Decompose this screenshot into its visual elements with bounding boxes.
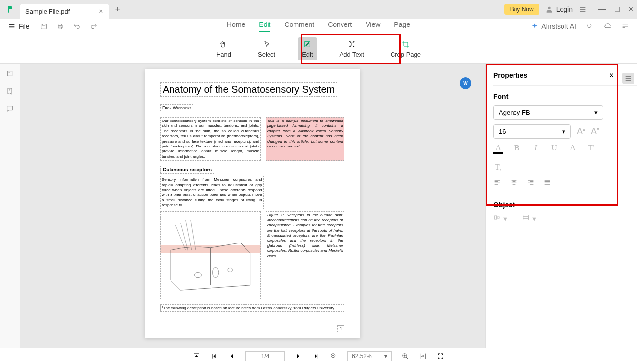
align-objects-icon[interactable]: ▾ bbox=[493, 214, 507, 223]
zoom-in-icon[interactable] bbox=[401, 352, 409, 360]
new-tab-button[interactable]: + bbox=[115, 4, 121, 15]
tab-view[interactable]: View bbox=[366, 21, 380, 32]
align-center-icon[interactable] bbox=[510, 178, 518, 186]
canvas[interactable]: W Anatomy of the Somatosensory System Fr… bbox=[20, 64, 485, 348]
svg-point-6 bbox=[588, 24, 591, 27]
thumbnails-icon[interactable] bbox=[6, 70, 14, 77]
comments-icon[interactable] bbox=[6, 105, 14, 113]
decrease-font-icon[interactable]: A▾ bbox=[591, 126, 599, 137]
scroll-top-icon[interactable] bbox=[193, 352, 200, 360]
svg-point-9 bbox=[8, 72, 10, 73]
save-icon[interactable] bbox=[40, 23, 48, 30]
doc-footnote[interactable]: ¹The following description is based on l… bbox=[160, 304, 344, 312]
align-right-icon[interactable] bbox=[527, 178, 535, 186]
collapse-panel-icon[interactable] bbox=[622, 73, 634, 84]
undo-icon[interactable] bbox=[73, 23, 81, 30]
highlight-box-toolbar bbox=[301, 34, 401, 64]
hand-tool[interactable]: Hand bbox=[212, 37, 235, 60]
object-section-label: Object bbox=[493, 201, 637, 209]
login-button[interactable]: Login bbox=[545, 5, 573, 13]
first-page-icon[interactable] bbox=[210, 352, 218, 360]
svg-point-0 bbox=[548, 7, 550, 9]
increase-font-icon[interactable]: A▴ bbox=[577, 126, 585, 137]
doc-title[interactable]: Anatomy of the Somatosensory System bbox=[160, 82, 337, 97]
subscript-icon[interactable]: T1 bbox=[493, 163, 503, 172]
tab-active[interactable]: Sample File.pdf × bbox=[20, 4, 109, 19]
buy-now-button[interactable]: Buy Now bbox=[504, 4, 539, 15]
fit-width-icon[interactable] bbox=[419, 352, 427, 360]
properties-panel: Properties × Font Agency FB ▾ 16 ▾ A▴ A▾… bbox=[485, 64, 637, 348]
underline-icon[interactable]: U bbox=[549, 144, 559, 154]
ai-link[interactable]: Afirstsoft AI bbox=[531, 23, 576, 30]
font-color-icon[interactable]: A bbox=[493, 144, 503, 154]
tab-convert[interactable]: Convert bbox=[328, 21, 352, 32]
svg-point-12 bbox=[228, 268, 233, 272]
hamburger-icon bbox=[8, 23, 16, 30]
text-style-icon[interactable]: A bbox=[568, 144, 578, 154]
select-tool[interactable]: Select bbox=[254, 37, 279, 60]
maximize-icon[interactable]: □ bbox=[615, 5, 620, 14]
pdf-page[interactable]: Anatomy of the Somatosensory System From… bbox=[145, 69, 360, 338]
collapse-icon[interactable] bbox=[621, 23, 629, 30]
doc-section-heading[interactable]: Cutaneous receptors bbox=[160, 166, 214, 174]
prev-page-icon[interactable] bbox=[228, 352, 236, 360]
cursor-icon bbox=[263, 40, 270, 48]
svg-rect-2 bbox=[42, 24, 45, 25]
redo-icon[interactable] bbox=[90, 23, 98, 30]
hand-icon bbox=[220, 40, 227, 48]
tab-edit[interactable]: Edit bbox=[259, 21, 270, 32]
svg-point-11 bbox=[213, 268, 219, 278]
page-number: 1 bbox=[337, 325, 344, 332]
tab-title: Sample File.pdf bbox=[25, 8, 70, 15]
panel-title: Properties bbox=[493, 72, 527, 79]
minimize-icon[interactable]: — bbox=[598, 5, 606, 14]
chevron-down-icon: ▾ bbox=[594, 109, 598, 116]
file-menu[interactable]: File bbox=[8, 23, 30, 30]
close-panel-icon[interactable]: × bbox=[610, 72, 613, 79]
doc-source[interactable]: From Wikibooks bbox=[160, 104, 193, 111]
crop-icon bbox=[402, 40, 410, 48]
main-tabs: Home Edit Comment Convert View Page bbox=[227, 21, 410, 32]
tab-home[interactable]: Home bbox=[227, 21, 245, 32]
word-export-icon[interactable]: W bbox=[460, 77, 471, 89]
doc-body-left[interactable]: Our somatosensory system consists of sen… bbox=[160, 117, 261, 161]
print-icon[interactable] bbox=[56, 23, 64, 30]
menu-icon[interactable] bbox=[579, 5, 587, 13]
superscript-icon[interactable]: T1 bbox=[587, 144, 596, 154]
zoom-out-icon[interactable] bbox=[330, 352, 338, 360]
svg-rect-15 bbox=[523, 217, 529, 219]
figure-caption[interactable]: Figure 1: Receptors in the human skin: M… bbox=[266, 211, 344, 299]
search-icon[interactable] bbox=[586, 23, 594, 30]
statusbar: 1/4 62.52%▾ bbox=[0, 348, 637, 364]
page-input[interactable]: 1/4 bbox=[245, 351, 285, 361]
fit-page-icon[interactable] bbox=[437, 352, 444, 360]
tab-page[interactable]: Page bbox=[394, 21, 410, 32]
zoom-select[interactable]: 62.52%▾ bbox=[347, 351, 392, 361]
doc-body-right[interactable]: This is a sample document to showcase pa… bbox=[266, 117, 344, 161]
font-size-select[interactable]: 16 ▾ bbox=[493, 124, 571, 139]
user-icon bbox=[545, 5, 553, 13]
svg-rect-14 bbox=[497, 217, 499, 218]
tab-comment[interactable]: Comment bbox=[284, 21, 314, 32]
italic-icon[interactable]: I bbox=[531, 144, 540, 154]
doc-section-body[interactable]: Sensory information from Meissner corpus… bbox=[160, 176, 264, 209]
titlebar: Sample File.pdf × + Buy Now Login — □ × bbox=[0, 0, 637, 19]
svg-rect-8 bbox=[7, 71, 12, 76]
close-icon[interactable]: × bbox=[99, 7, 103, 15]
align-justify-icon[interactable] bbox=[543, 178, 551, 186]
chevron-down-icon: ▾ bbox=[562, 128, 565, 135]
svg-rect-1 bbox=[41, 24, 46, 29]
next-page-icon[interactable] bbox=[294, 352, 302, 360]
app-logo bbox=[4, 3, 16, 15]
cloud-icon[interactable] bbox=[604, 23, 612, 30]
left-sidebar bbox=[0, 64, 20, 348]
close-window-icon[interactable]: × bbox=[629, 5, 633, 14]
font-family-select[interactable]: Agency FB ▾ bbox=[493, 105, 603, 120]
align-left-icon[interactable] bbox=[493, 178, 501, 186]
bookmark-add-icon[interactable] bbox=[6, 87, 14, 95]
figure-image[interactable] bbox=[160, 211, 261, 299]
menubar: File Home Edit Comment Convert View Page… bbox=[0, 19, 637, 34]
last-page-icon[interactable] bbox=[312, 352, 320, 360]
distribute-objects-icon[interactable]: ▾ bbox=[522, 214, 536, 223]
bold-icon[interactable]: B bbox=[512, 144, 522, 154]
